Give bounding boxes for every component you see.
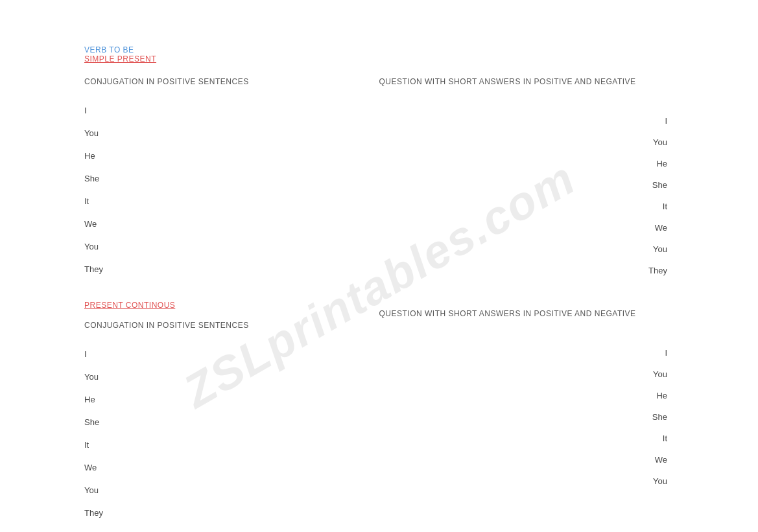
list-item: You: [379, 132, 674, 153]
list-item: She: [379, 406, 674, 428]
simple-present-label: SIMPLE PRESENT: [84, 54, 674, 64]
list-item: I: [379, 110, 674, 132]
section1-right-pronoun-list: I You He She It We You They: [379, 110, 674, 281]
section2-right-title: QUESTION WITH SHORT ANSWERS IN POSITIVE …: [379, 308, 674, 319]
section1-right: QUESTION WITH SHORT ANSWERS IN POSITIVE …: [379, 76, 674, 532]
list-item: They: [84, 258, 379, 281]
list-item: I: [84, 343, 379, 365]
section1-left-pronoun-list: I You He She It We You They: [84, 99, 379, 281]
list-item: She: [379, 174, 674, 196]
list-item: We: [379, 217, 674, 238]
list-item: You: [84, 365, 379, 388]
section2-left: CONJUGATION IN POSITIVE SENTENCES I You …: [84, 320, 379, 524]
list-item: He: [84, 145, 379, 167]
list-item: You: [379, 364, 674, 385]
section2-left-title: CONJUGATION IN POSITIVE SENTENCES: [84, 320, 379, 331]
list-item: He: [379, 153, 674, 174]
list-item: He: [84, 388, 379, 411]
list-item: You: [84, 235, 379, 258]
list-item: He: [379, 385, 674, 406]
list-item: She: [84, 411, 379, 434]
section1-right-title: QUESTION WITH SHORT ANSWERS IN POSITIVE …: [379, 76, 674, 87]
list-item: We: [84, 213, 379, 235]
list-item: I: [84, 99, 379, 122]
section2-left-pronoun-list: I You He She It We You They: [84, 343, 379, 524]
list-item: It: [379, 428, 674, 449]
section1-left: CONJUGATION IN POSITIVE SENTENCES I You …: [84, 76, 379, 532]
list-item: I: [379, 342, 674, 364]
list-item: We: [84, 456, 379, 479]
list-item: We: [379, 449, 674, 470]
list-item: You: [84, 479, 379, 502]
section2-right-pronoun-list: I You He She It We You: [379, 342, 674, 492]
list-item: You: [379, 470, 674, 492]
list-item: You: [84, 122, 379, 145]
section1-left-title: CONJUGATION IN POSITIVE SENTENCES: [84, 76, 379, 87]
list-item: You: [379, 238, 674, 260]
header: VERB TO BE SIMPLE PRESENT: [84, 45, 674, 64]
list-item: She: [84, 167, 379, 190]
list-item: It: [379, 196, 674, 217]
verb-to-be-label: VERB TO BE: [84, 45, 674, 54]
present-continous-label: PRESENT CONTINOUS: [84, 301, 175, 310]
list-item: It: [84, 190, 379, 213]
list-item: They: [84, 502, 379, 524]
list-item: They: [379, 260, 674, 281]
section2-right: QUESTION WITH SHORT ANSWERS IN POSITIVE …: [379, 308, 674, 492]
section1-wrapper: CONJUGATION IN POSITIVE SENTENCES I You …: [84, 76, 674, 532]
list-item: It: [84, 434, 379, 456]
